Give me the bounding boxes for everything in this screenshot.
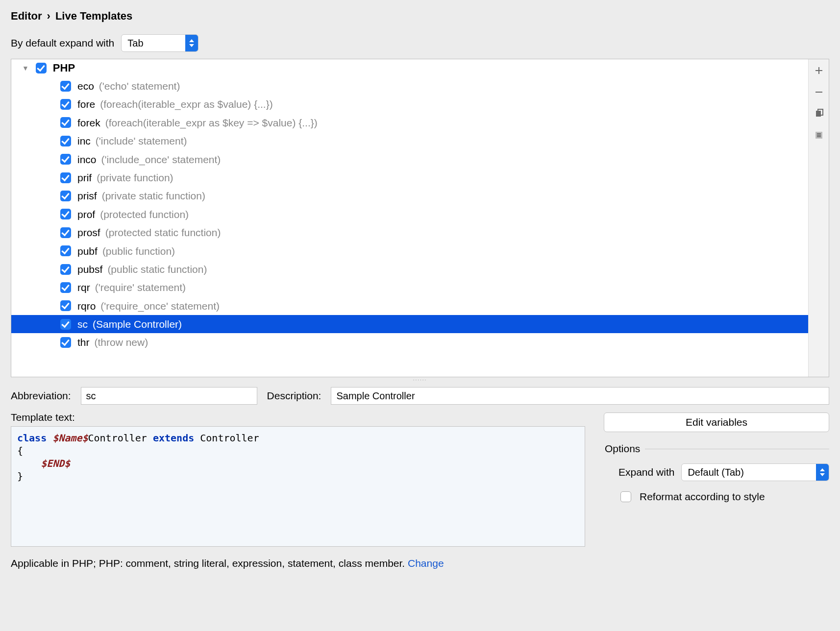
reformat-checkbox[interactable]: [620, 491, 631, 502]
template-item-checkbox[interactable]: [60, 99, 71, 110]
dropdown-stepper-icon[interactable]: [816, 464, 829, 481]
template-item[interactable]: prosf (protected static function): [11, 223, 808, 242]
template-item-abbr: prif: [77, 170, 92, 185]
template-item-abbr: prisf: [77, 189, 97, 203]
disclosure-triangle-icon[interactable]: ▼: [22, 64, 29, 72]
description-label: Description:: [267, 390, 321, 402]
template-item[interactable]: forek (foreach(iterable_expr as $key => …: [11, 114, 808, 132]
svg-marker-12: [820, 473, 825, 476]
template-item-checkbox[interactable]: [60, 319, 71, 330]
template-item-checkbox[interactable]: [60, 245, 71, 256]
abbreviation-input[interactable]: [81, 387, 257, 405]
template-item-abbr: pubsf: [77, 262, 102, 276]
template-item-abbr: fore: [77, 97, 95, 111]
template-item-abbr: prof: [77, 207, 95, 221]
expand-with-label: Expand with: [618, 466, 674, 478]
template-item[interactable]: fore (foreach(iterable_expr as $value) {…: [11, 95, 808, 113]
template-item[interactable]: eco ('echo' statement): [11, 77, 808, 95]
breadcrumb: Editor › Live Templates: [11, 10, 829, 23]
settings-button[interactable]: [813, 129, 825, 142]
template-text-editor[interactable]: class $Name$Controller extends Controlle…: [11, 426, 585, 547]
template-item[interactable]: rqro ('require_once' statement): [11, 297, 808, 315]
change-context-link[interactable]: Change: [408, 558, 444, 569]
expand-with-select[interactable]: Default (Tab): [681, 463, 829, 481]
edit-variables-button[interactable]: Edit variables: [604, 413, 829, 432]
panel-resizer[interactable]: ∙∙∙∙∙∙: [11, 377, 829, 382]
template-item-abbr: eco: [77, 79, 94, 93]
options-group: Options Expand with Default (Tab): [604, 443, 829, 504]
svg-marker-11: [820, 468, 825, 471]
template-item-checkbox[interactable]: [60, 227, 71, 238]
code-variable: $END$: [41, 458, 70, 469]
breadcrumb-item-editor[interactable]: Editor: [11, 10, 42, 23]
expand-default-value: Tab: [122, 38, 185, 49]
copy-button[interactable]: [813, 107, 825, 120]
svg-marker-1: [189, 44, 194, 47]
template-item[interactable]: pubsf (public static function): [11, 260, 808, 278]
template-item-abbr: pubf: [77, 244, 98, 258]
group-checkbox[interactable]: [36, 63, 47, 73]
template-item-desc: (private static function): [102, 189, 205, 203]
template-item-abbr: sc: [77, 317, 88, 331]
template-item-desc: (public static function): [107, 262, 207, 276]
group-name: PHP: [53, 62, 75, 74]
template-item-checkbox[interactable]: [60, 172, 71, 183]
template-item[interactable]: inco ('include_once' statement): [11, 150, 808, 169]
template-item-abbr: inc: [77, 134, 91, 148]
options-legend: Options: [604, 443, 645, 455]
template-text-label: Template text:: [11, 412, 585, 423]
code-keyword: extends: [153, 432, 200, 444]
template-item-checkbox[interactable]: [60, 117, 71, 128]
template-item-checkbox[interactable]: [60, 300, 71, 311]
template-item-desc: (foreach(iterable_expr as $key => $value…: [105, 116, 318, 130]
templates-tree[interactable]: ▼ PHP eco ('echo' statement)fore (foreac…: [11, 59, 808, 377]
template-item[interactable]: sc (Sample Controller): [11, 315, 808, 333]
template-item-checkbox[interactable]: [60, 282, 71, 293]
template-item[interactable]: thr (throw new): [11, 333, 808, 351]
template-item-abbr: thr: [77, 335, 90, 349]
tree-toolbar: [808, 59, 829, 377]
template-item-desc: ('require' statement): [95, 280, 186, 294]
template-group-row[interactable]: ▼ PHP: [11, 59, 808, 77]
applicable-context-text: Applicable in PHP; PHP: comment, string …: [11, 558, 408, 569]
template-item-desc: ('include' statement): [96, 134, 187, 148]
expand-default-label: By default expand with: [11, 37, 114, 49]
template-item[interactable]: prisf (private static function): [11, 187, 808, 205]
template-item[interactable]: prif (private function): [11, 169, 808, 187]
abbreviation-label: Abbreviation:: [11, 390, 71, 402]
description-input[interactable]: [331, 387, 829, 405]
template-item-desc: (throw new): [95, 335, 148, 349]
template-item-desc: (Sample Controller): [93, 317, 182, 331]
code-text: [17, 458, 41, 469]
template-item-abbr: inco: [77, 152, 97, 167]
dropdown-stepper-icon[interactable]: [185, 35, 198, 51]
template-item[interactable]: inc ('include' statement): [11, 132, 808, 150]
template-item-checkbox[interactable]: [60, 136, 71, 146]
breadcrumb-item-live-templates[interactable]: Live Templates: [55, 10, 132, 23]
template-item-abbr: forek: [77, 116, 100, 130]
template-item-desc: (private function): [97, 170, 173, 185]
template-item[interactable]: prof (protected function): [11, 205, 808, 223]
expand-with-value: Default (Tab): [682, 467, 816, 478]
template-item-desc: (protected static function): [105, 225, 221, 240]
code-text: }: [17, 470, 23, 482]
template-item[interactable]: pubf (public function): [11, 242, 808, 260]
template-item-checkbox[interactable]: [60, 209, 71, 219]
template-item[interactable]: rqr ('require' statement): [11, 278, 808, 296]
template-item-checkbox[interactable]: [60, 154, 71, 165]
template-item-desc: (public function): [102, 244, 175, 258]
code-keyword: class: [17, 432, 52, 444]
template-item-checkbox[interactable]: [60, 191, 71, 201]
template-item-checkbox[interactable]: [60, 337, 71, 348]
expand-default-select[interactable]: Tab: [121, 34, 198, 52]
code-text: {: [17, 445, 23, 457]
template-item-checkbox[interactable]: [60, 264, 71, 275]
template-item-desc: (protected function): [100, 207, 189, 221]
template-item-abbr: rqro: [77, 299, 96, 313]
remove-button[interactable]: [813, 86, 825, 98]
add-button[interactable]: [813, 64, 825, 77]
template-item-desc: ('require_once' statement): [100, 299, 220, 313]
template-item-checkbox[interactable]: [60, 81, 71, 92]
reformat-label: Reformat according to style: [640, 491, 765, 503]
code-variable: $Name$: [52, 432, 88, 444]
